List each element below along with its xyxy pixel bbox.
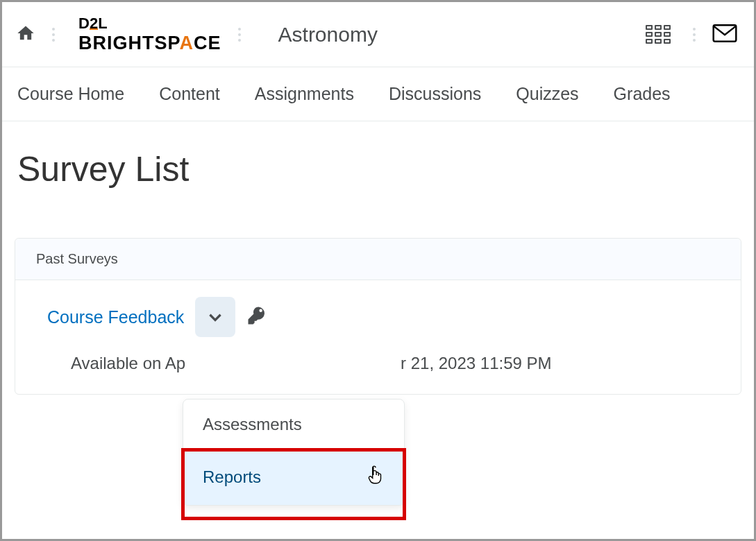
top-bar: D2L BRIGHTSPACE Astronomy [2,2,754,67]
dropdown-item-label: Assessments [203,415,302,434]
nav-assignments[interactable]: Assignments [255,84,354,104]
nav-quizzes[interactable]: Quizzes [516,84,578,104]
divider-dots-icon [48,28,59,42]
context-dropdown: Assessments Reports [183,399,405,506]
nav-grades[interactable]: Grades [614,84,671,104]
brand-logo[interactable]: D2L BRIGHTSPACE [72,16,221,53]
key-icon [246,305,267,329]
pointer-cursor-icon [367,465,385,490]
availability-text: Available on Apr 21, 2023 11:59 PM [71,354,709,373]
past-surveys-panel: Past Surveys Course Feedback Available o… [15,238,741,395]
survey-row: Course Feedback Available on Apr 21, 202… [15,280,741,394]
survey-link[interactable]: Course Feedback [47,307,184,327]
nav-content[interactable]: Content [159,84,220,104]
home-icon[interactable] [16,24,35,46]
apps-grid-icon[interactable] [646,25,671,44]
nav-course-home[interactable]: Course Home [17,84,124,104]
survey-context-menu-button[interactable] [195,297,235,337]
dropdown-assessments[interactable]: Assessments [183,400,404,449]
course-title[interactable]: Astronomy [278,23,378,46]
dropdown-reports[interactable]: Reports [183,449,404,505]
mail-icon[interactable] [712,21,737,49]
availability-prefix: Available on Ap [71,354,185,372]
divider-dots-icon [234,28,245,42]
survey-row-header: Course Feedback [47,297,709,337]
nav-discussions[interactable]: Discussions [389,84,481,104]
availability-suffix: r 21, 2023 11:59 PM [401,354,551,372]
panel-header: Past Surveys [15,239,741,280]
course-navbar: Course Home Content Assignments Discussi… [2,67,754,121]
dropdown-item-label: Reports [203,467,261,487]
chevron-down-icon [206,308,224,326]
divider-dots-icon [689,28,700,42]
page-title: Survey List [2,121,754,196]
